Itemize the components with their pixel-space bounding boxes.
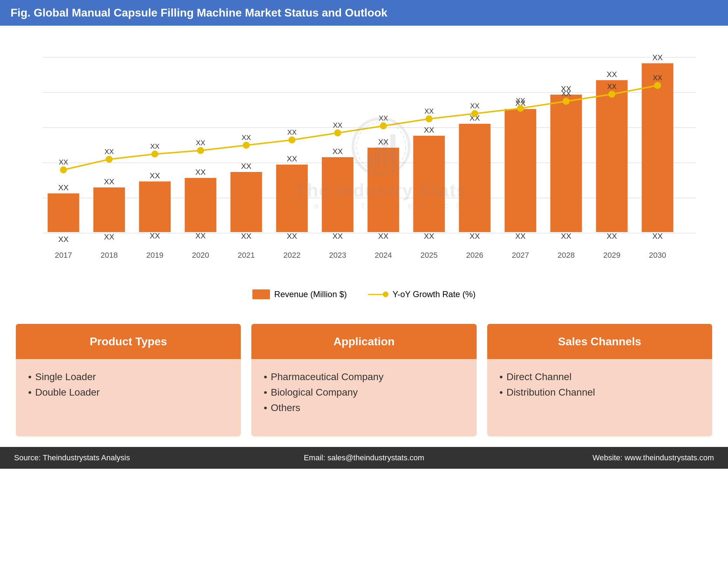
bar-2023 [322,157,354,232]
line-val-2030: XX [653,74,662,82]
year-2024: 2024 [375,251,392,260]
bar-2026 [459,124,491,232]
legend-growth-line [368,292,388,297]
card-sales-channels-body: Direct Channel Distribution Channel [487,359,712,436]
card-application-body: Pharmaceutical Company Biological Compan… [251,359,476,436]
bar-bottom-2029: XX [607,232,617,241]
card-product-types-body: Single Loader Double Loader [16,359,241,436]
bar-bottom-2028: XX [561,232,572,241]
list-item: Single Loader [28,371,228,383]
bar-2022 [276,165,308,232]
bar-2028 [550,95,582,232]
list-item: Distribution Channel [500,387,700,398]
line-val-2028: XX [561,90,571,97]
dot-2018 [106,156,113,163]
dot-2023 [334,129,341,136]
card-sales-channels-title: Sales Channels [558,335,642,348]
bar-2027 [505,109,536,232]
bar-2029 [596,80,628,232]
card-application-title: Application [333,335,394,348]
dot-2029 [608,91,616,98]
bar-label-2022: XX [287,154,297,163]
list-item: Direct Channel [500,371,700,383]
bar-bottom-2027: XX [515,232,526,241]
chart-title: Fig. Global Manual Capsule Filling Machi… [11,6,717,19]
card-product-types-header: Product Types [16,324,241,359]
line-val-2024: XX [379,114,388,122]
year-2029: 2029 [603,251,620,260]
line-val-2019: XX [150,142,160,150]
year-2030: 2030 [649,251,666,260]
bar-label-2029: XX [607,70,617,79]
dot-2028 [563,98,570,105]
bar-2021 [231,172,262,232]
bar-label-2018: XX [104,177,115,186]
dot-2022 [289,136,296,143]
dot-2024 [380,122,387,129]
dot-2027 [517,105,524,112]
bar-bottom-2018: XX [104,232,115,241]
list-item: Biological Company [264,387,464,398]
legend-revenue-rect [252,289,270,299]
bar-bottom-2022: XX [287,232,297,241]
bar-bottom-2024: XX [378,232,389,241]
bar-bottom-2030: XX [652,232,663,241]
line-val-2022: XX [287,128,297,136]
bar-bottom-2026: XX [470,232,480,241]
legend-line-dot [383,292,388,297]
year-2022: 2022 [283,251,301,260]
year-2025: 2025 [420,251,438,260]
legend-revenue: Revenue (Million $) [252,289,347,299]
line-val-2025: XX [424,107,434,115]
bar-label-2019: XX [150,171,160,180]
dot-2021 [243,142,250,149]
list-item: Pharmaceutical Company [264,371,464,383]
list-item: Others [264,402,464,414]
bar-2017 [48,193,79,232]
bar-bottom-2021: XX [241,232,252,241]
year-2027: 2027 [512,251,529,260]
bar-bottom-2025: XX [424,232,434,241]
footer-website: Website: www.theindustrystats.com [481,453,714,462]
dot-2020 [197,147,204,154]
bar-2019 [139,181,171,232]
bar-label-2020: XX [195,168,206,177]
year-2023: 2023 [329,251,346,260]
line-val-2026: XX [470,102,479,110]
legend-growth: Y-oY Growth Rate (%) [368,289,476,299]
card-application: Application Pharmaceutical Company Biolo… [251,324,476,436]
footer-email: Email: sales@theindustrystats.com [247,453,481,462]
footer-source: Source: Theindustrystats Analysis [14,453,247,462]
sales-channels-list: Direct Channel Distribution Channel [500,371,700,398]
year-2020: 2020 [192,251,209,260]
bar-2018 [94,187,125,232]
card-sales-channels: Sales Channels Direct Channel Distributi… [487,324,712,436]
bar-label-2024: XX [378,137,389,146]
bar-2024 [368,148,399,232]
dot-2030 [654,82,661,89]
bar-label-2017: XX [58,183,69,192]
year-2026: 2026 [466,251,483,260]
dot-2025 [426,115,433,122]
dot-2019 [152,150,159,158]
line-val-2018: XX [104,148,114,155]
card-sales-channels-header: Sales Channels [487,324,712,359]
card-application-header: Application [251,324,476,359]
list-item: Double Loader [28,387,228,398]
product-types-list: Single Loader Double Loader [28,371,228,398]
legend-growth-label: Y-oY Growth Rate (%) [393,289,476,299]
line-val-2027: XX [516,97,525,104]
bar-bottom-2019: XX [150,231,160,240]
card-product-types-title: Product Types [90,335,167,348]
header-bar: Fig. Global Manual Capsule Filling Machi… [0,0,728,26]
chart-container: The Industry Stats m a r k e t r e s e a… [21,40,707,286]
bar-label-2025: XX [424,126,434,134]
year-2021: 2021 [238,251,255,260]
dot-2017 [60,166,67,173]
line-val-2020: XX [196,139,205,147]
chart-svg: XX XX 2017 XX XX 2018 XX XX 2019 XX XX 2… [21,40,707,286]
cards-section: Product Types Single Loader Double Loade… [0,313,728,447]
card-product-types: Product Types Single Loader Double Loade… [16,324,241,436]
line-val-2017: XX [59,158,68,166]
footer: Source: Theindustrystats Analysis Email:… [0,447,728,469]
